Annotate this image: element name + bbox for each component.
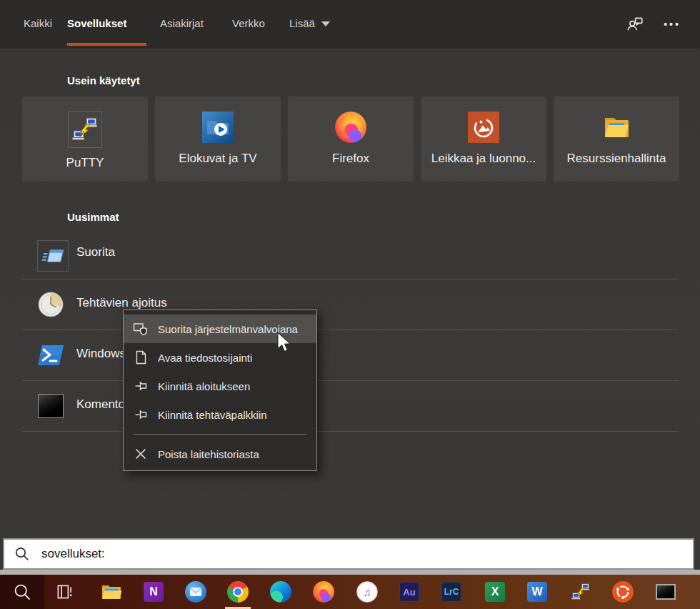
task-view-icon (54, 582, 74, 602)
search-panel: Kaikki Sovellukset Asiakirjat Verkko Lis… (0, 0, 700, 570)
audition-icon: Au (399, 582, 419, 602)
file-explorer-icon (601, 111, 632, 144)
tile-label: Resurssienhallinta (567, 152, 666, 166)
onenote-icon: N (144, 582, 164, 602)
firefox-icon (335, 111, 366, 144)
list-item-suorita[interactable]: Suorita (22, 229, 679, 279)
menu-item-label: Kiinnitä tehtäväpalkkiin (158, 409, 267, 421)
section-title-frequent: Usein käytetyt (67, 74, 140, 86)
menu-separator (134, 434, 306, 435)
movies-tv-icon (202, 111, 234, 144)
taskbar-ubuntu-button[interactable] (609, 575, 637, 609)
taskbar-itunes-button[interactable]: ♫ (353, 575, 381, 609)
mouse-cursor (276, 332, 291, 356)
edge-icon (270, 581, 291, 603)
menu-item-label: Poista laitehistoriasta (158, 448, 259, 460)
run-icon (37, 240, 69, 272)
taskbar-edge-button[interactable] (266, 575, 295, 609)
word-letter: W (531, 585, 542, 598)
feedback-button[interactable] (623, 13, 647, 36)
firefox-icon (313, 581, 334, 603)
tab-sovellukset[interactable]: Sovellukset (67, 17, 126, 29)
itunes-icon: ♫ (356, 581, 378, 603)
menu-item-label: Kiinnitä aloitukseen (158, 380, 250, 392)
taskbar-lightroom-button[interactable]: LrC (437, 575, 466, 609)
pin-to-taskbar-icon (133, 407, 149, 422)
chevron-down-icon (321, 21, 330, 26)
tile-movies-tv[interactable]: Elokuvat ja TV (155, 96, 281, 182)
taskbar-onenote-button[interactable]: N (139, 575, 168, 609)
taskbar-putty-button[interactable] (566, 575, 595, 609)
terminal-icon (656, 584, 676, 600)
taskbar: N ♫ (0, 575, 700, 609)
pin-to-start-icon (133, 378, 149, 394)
taskbar-excel-button[interactable]: X (481, 575, 509, 609)
audition-letters: Au (403, 587, 415, 598)
search-filter-header: Kaikki Sovellukset Asiakirjat Verkko Lis… (0, 0, 700, 49)
tab-lisaa-label: Lisää (289, 17, 315, 29)
taskbar-thunderbird-button[interactable] (181, 575, 210, 609)
tab-lisaa[interactable]: Lisää (289, 17, 330, 29)
ubuntu-icon (612, 581, 634, 603)
panel-bottom-edge (0, 570, 700, 575)
search-query-text: sovellukset: (41, 547, 105, 561)
active-tab-underline (67, 43, 146, 46)
run-as-admin-icon (133, 321, 149, 337)
ellipsis-icon: ••• (664, 19, 681, 30)
list-item-komentokehote[interactable]: Komentokehote (22, 381, 679, 432)
taskbar-file-explorer-button[interactable] (97, 575, 126, 609)
command-prompt-icon (37, 392, 64, 420)
windows-search-flyout: Kaikki Sovellukset Asiakirjat Verkko Lis… (0, 0, 700, 609)
open-file-location-icon (133, 350, 149, 365)
list-item-tehtavien-ajoitus[interactable]: Tehtävien ajoitus (22, 279, 679, 330)
tab-verkko[interactable]: Verkko (232, 17, 265, 29)
thunderbird-icon (185, 581, 206, 603)
tile-putty[interactable]: PuTTY (22, 96, 148, 182)
file-explorer-icon (101, 583, 122, 601)
more-options-button[interactable]: ••• (660, 13, 684, 36)
taskbar-audition-button[interactable]: Au (395, 575, 424, 609)
word-icon: W (527, 582, 547, 602)
tile-label: Elokuvat ja TV (179, 152, 256, 166)
excel-icon: X (485, 582, 505, 602)
menu-item-remove-from-history[interactable]: Poista laitehistoriasta (124, 440, 316, 468)
task-scheduler-icon (37, 291, 64, 318)
tab-asiakirjat[interactable]: Asiakirjat (160, 17, 204, 29)
excel-letter: X (491, 585, 499, 598)
chrome-icon (227, 581, 249, 603)
taskbar-chrome-button[interactable] (224, 575, 252, 609)
tile-label: PuTTY (66, 156, 104, 170)
menu-item-label: Avaa tiedostosijainti (158, 352, 252, 364)
putty-icon (68, 111, 102, 148)
remove-from-history-icon (133, 446, 149, 462)
search-icon (14, 546, 30, 562)
taskbar-search-button[interactable] (8, 575, 36, 609)
search-input[interactable]: sovellukset: (3, 538, 694, 570)
tile-label: Firefox (332, 152, 369, 166)
list-item-windows-powershell[interactable]: Windows PowerShell (22, 330, 679, 381)
taskbar-task-view-button[interactable] (50, 575, 79, 609)
search-icon (13, 583, 32, 602)
tab-kaikki[interactable]: Kaikki (24, 17, 52, 29)
tile-label: Leikkaa ja luonno... (431, 152, 536, 166)
lightroom-icon: LrC (441, 582, 461, 602)
list-item-label: Suorita (76, 245, 115, 259)
onenote-letter: N (149, 585, 158, 598)
menu-item-pin-to-taskbar[interactable]: Kiinnitä tehtäväpalkkiin (124, 400, 316, 429)
menu-item-pin-to-start[interactable]: Kiinnitä aloitukseen (124, 372, 316, 400)
list-item-label: Tehtävien ajoitus (76, 296, 167, 310)
tile-file-explorer[interactable]: Resurssienhallinta (554, 96, 679, 182)
recent-list: Suorita Tehtävien ajoitus (22, 229, 679, 432)
putty-icon (570, 581, 591, 603)
user-feedback-icon (626, 15, 644, 34)
snip-sketch-icon (468, 111, 499, 144)
taskbar-terminal-button[interactable] (651, 575, 680, 609)
lightroom-letters: LrC (444, 587, 459, 597)
taskbar-word-button[interactable]: W (523, 575, 551, 609)
powershell-icon (37, 342, 64, 369)
taskbar-firefox-button[interactable] (309, 575, 338, 609)
section-title-recent: Uusimmat (67, 211, 119, 223)
tile-firefox[interactable]: Firefox (288, 96, 414, 182)
tile-snip-sketch[interactable]: Leikkaa ja luonno... (421, 96, 546, 182)
